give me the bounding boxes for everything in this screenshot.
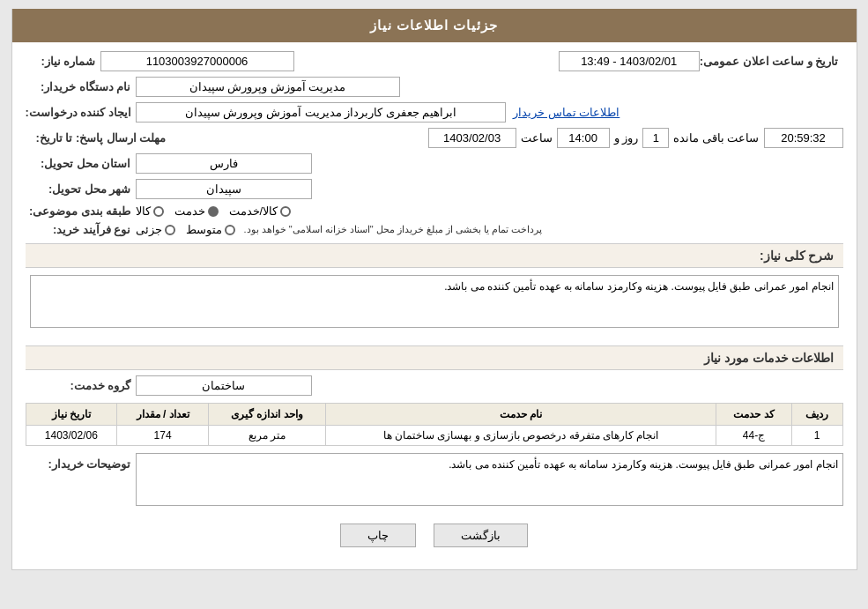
province-value: فارس	[136, 153, 312, 174]
requester-org-label: نام دستگاه خریدار:	[26, 80, 131, 93]
deadline-date: 1403/02/03	[428, 128, 516, 148]
buyer-notes-row: انجام امور عمرانی طبق فایل پیوست. هزینه …	[26, 453, 843, 509]
category-kala-khadamat[interactable]: کالا/خدمت	[229, 204, 292, 218]
col-quantity: تعداد / مقدار	[117, 404, 209, 426]
cell-unit: متر مربع	[208, 426, 325, 446]
deadline-time-label: ساعت	[521, 131, 553, 145]
city-label: شهر محل تحویل:	[26, 182, 131, 196]
buyer-notes-value: انجام امور عمرانی طبق فایل پیوست. هزینه …	[136, 453, 843, 506]
contact-link[interactable]: اطلاعات تماس خریدار	[513, 106, 619, 119]
page-header: جزئیات اطلاعات نیاز	[12, 9, 857, 42]
category-options: کالا/خدمت خدمت کالا	[136, 204, 292, 218]
category-label: طبقه بندی موضوعی:	[26, 204, 131, 218]
city-value: سپیدان	[136, 179, 312, 199]
category-kala[interactable]: کالا	[136, 204, 164, 218]
col-row: ردیف	[791, 404, 842, 426]
process-medium[interactable]: متوسط	[186, 223, 235, 236]
cell-name: انجام کارهای متفرقه درخصوص بازسازی و بهس…	[325, 426, 716, 446]
province-row: فارس استان محل تحویل:	[26, 153, 843, 174]
service-group-label: گروه خدمت:	[26, 379, 131, 392]
col-date: تاریخ نیاز	[26, 404, 117, 426]
bottom-buttons: بازگشت چاپ	[26, 515, 843, 561]
city-row: سپیدان شهر محل تحویل:	[26, 179, 843, 199]
process-row: پرداخت تمام یا بخشی از مبلغ خریداز محل "…	[26, 223, 843, 236]
need-number-row: تاریخ و ساعت اعلان عمومی: 1403/02/01 - 1…	[26, 51, 843, 71]
deadline-remaining-label: ساعت باقی مانده	[673, 131, 759, 145]
radio-khadamat-icon	[208, 206, 219, 217]
general-desc-label: شرح کلی نیاز:	[760, 249, 834, 263]
service-section-label: اطلاعات خدمات مورد نیاز	[704, 351, 835, 365]
process-options: متوسط جزئی	[136, 223, 235, 236]
deadline-days-label: روز و	[614, 131, 639, 145]
buyer-notes-label: توضیحات خریدار:	[26, 457, 131, 471]
process-label: نوع فرآیند خرید:	[26, 223, 131, 236]
category-khadamat[interactable]: خدمت	[174, 204, 219, 218]
deadline-row: 20:59:32 ساعت باقی مانده 1 روز و 14:00 س…	[26, 128, 843, 148]
service-section-title: اطلاعات خدمات مورد نیاز	[26, 345, 843, 370]
deadline-label: مهلت ارسال پاسخ: تا تاریخ:	[26, 131, 167, 145]
cell-date: 1403/02/06	[26, 426, 117, 446]
requester-org-row: مدیریت آموزش وپرورش سپیدان نام دستگاه خر…	[26, 77, 843, 97]
back-button[interactable]: بازگشت	[434, 524, 528, 547]
service-table: ردیف کد حدمت نام حدمت واحد اندازه گیری ت…	[26, 403, 843, 446]
radio-medium-icon	[225, 225, 235, 235]
requester-label: ایجاد کننده درخواست:	[26, 106, 132, 119]
need-number-label: شماره نیاز:	[26, 55, 96, 68]
radio-kala-icon	[153, 206, 164, 217]
announce-label: تاریخ و ساعت اعلان عمومی:	[700, 55, 839, 68]
cell-quantity: 174	[117, 426, 209, 446]
print-button[interactable]: چاپ	[340, 524, 416, 547]
requester-org-value: مدیریت آموزش وپرورش سپیدان	[136, 77, 400, 97]
general-desc-section: شرح کلی نیاز:	[26, 243, 843, 268]
col-code: کد حدمت	[716, 404, 791, 426]
service-group-row: ساختمان گروه خدمت:	[26, 375, 843, 396]
process-note: پرداخت تمام یا بخشی از مبلغ خریداز محل "…	[244, 224, 543, 235]
announce-value: 1403/02/01 - 13:49	[559, 51, 700, 71]
need-number-value: 1103003927000006	[100, 51, 294, 71]
deadline-days: 1	[642, 128, 669, 148]
deadline-remaining: 20:59:32	[764, 128, 843, 148]
col-unit: واحد اندازه گیری	[208, 404, 325, 426]
service-group-value: ساختمان	[136, 375, 312, 396]
radio-detail-icon	[165, 225, 175, 235]
process-detail[interactable]: جزئی	[136, 223, 175, 236]
cell-code: ج-44	[716, 426, 791, 446]
general-desc-value: انجام امور عمرانی طبق فایل پیوست. هزینه …	[30, 275, 839, 328]
requester-value: ابراهیم جعفری کاربرداز مدیریت آموزش وپرو…	[136, 102, 506, 123]
radio-kala-khadamat-icon	[280, 206, 291, 217]
province-label: استان محل تحویل:	[26, 157, 131, 170]
cell-row: 1	[791, 426, 842, 446]
table-row: 1ج-44انجام کارهای متفرقه درخصوص بازسازی …	[26, 426, 842, 446]
deadline-time: 14:00	[557, 128, 610, 148]
category-row: کالا/خدمت خدمت کالا طبقه بندی موضوعی:	[26, 204, 843, 218]
col-name: نام حدمت	[325, 404, 716, 426]
requester-row: اطلاعات تماس خریدار ابراهیم جعفری کاربرد…	[26, 102, 843, 123]
page-title: جزئیات اطلاعات نیاز	[370, 18, 498, 33]
